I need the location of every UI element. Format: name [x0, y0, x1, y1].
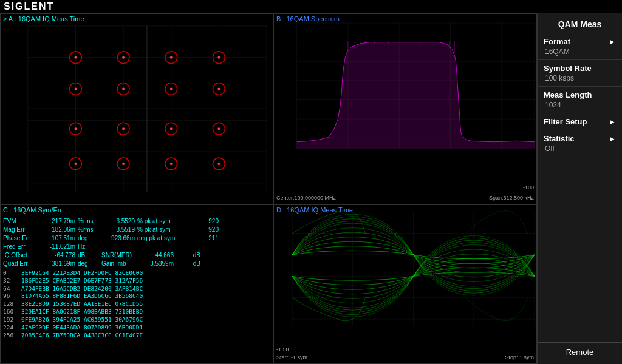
panel-d-ymin: -1.50 — [276, 346, 289, 352]
svg-rect-74 — [274, 205, 536, 335]
data-row-iqoffset: IQ Offset -64.778 dB SNR(MER) 44.666 dB — [3, 251, 270, 260]
svg-point-28 — [170, 87, 173, 90]
svg-point-20 — [170, 56, 173, 59]
hex-row-32: 321B6FD2E5 CFAB92E7 D6E7F773 312A7F56 — [3, 277, 270, 285]
data-row-magerr: Mag Err 182.06m %rms 3.5519 % pk at sym … — [3, 226, 270, 234]
hex-row-96: 9681D74A65 8F881F6D EA3D6C66 3B568640 — [3, 292, 270, 300]
sidebar-title: QAM Meas — [538, 16, 622, 33]
panel-b-svg — [274, 14, 536, 158]
svg-point-26 — [122, 87, 125, 90]
sidebar-statistic-label: Statistic — [544, 134, 575, 143]
data-row-phaseerr: Phase Err 107.51m deg 923.66m deg pk at … — [3, 234, 270, 243]
panel-d-title: D : 16QAM IQ Meas Time — [276, 206, 353, 214]
panel-b-title: B : 16QAM Spectrum — [276, 15, 340, 22]
panel-a-svg — [1, 14, 273, 204]
panel-a-title: > A : 16QAM IQ Meas Time — [3, 15, 84, 22]
data-row-quaderr: Quad Err 381.69m deg Gain Imb 3.5359m dB — [3, 260, 270, 268]
filtersetup-arrow-icon: ► — [609, 118, 616, 126]
data-row-evm: EVM 217.79m %rms 3.5520 % pk at sym 920 — [3, 217, 270, 226]
svg-point-36 — [170, 127, 173, 130]
panel-c-data: EVM 217.79m %rms 3.5520 % pk at sym 920 … — [1, 216, 273, 363]
sidebar-filtersetup-label: Filter Setup — [544, 117, 587, 126]
data-row-freqerr: Freq Err -11.021m Hz — [3, 243, 270, 251]
sidebar-measlength-value: 1024 — [544, 101, 616, 109]
panel-d-svg — [274, 205, 536, 335]
hex-row-128: 12838E258D9 153087ED AA1EE1EC 078C1D55 — [3, 300, 270, 308]
sidebar-item-measlength: Meas Length 1024 — [538, 87, 622, 113]
svg-point-46 — [217, 163, 220, 165]
sidebar-statistic-value: Off — [544, 144, 616, 153]
sidebar: QAM Meas Format ► 16QAM Symbol Rate 100 … — [537, 13, 622, 364]
svg-point-42 — [122, 163, 125, 165]
main-layout: > A : 16QAM IQ Meas Time 1.50 Const 300m… — [0, 13, 622, 364]
sidebar-item-format[interactable]: Format ► 16QAM — [538, 33, 622, 60]
panel-c: C : 16QAM Sym/Err EVM 217.79m %rms 3.552… — [0, 204, 273, 364]
panel-c-title: C : 16QAM Sym/Err — [3, 206, 62, 214]
sidebar-item-symbolrate: Symbol Rate 100 ksps — [538, 60, 622, 87]
panel-b: B : 16QAM Spectrum 0.00 dBm LogMag 10.0 … — [273, 13, 537, 204]
sidebar-symbolrate-label: Symbol Rate — [544, 64, 592, 73]
hex-row-224: 22447AF90DF 0E443ADA 807AD899 36BD0DD1 — [3, 324, 270, 332]
hex-row-160: 160329EA1CF 8A06218F A98BABB3 7310BEB9 — [3, 308, 270, 316]
panel-a: > A : 16QAM IQ Meas Time 1.50 Const 300m… — [0, 13, 273, 204]
sidebar-item-statistic[interactable]: Statistic ► Off — [538, 130, 622, 157]
panel-d-xstart: Start: -1 sym — [276, 354, 307, 360]
panels-grid: > A : 16QAM IQ Meas Time 1.50 Const 300m… — [0, 13, 537, 364]
svg-point-32 — [74, 127, 77, 130]
panel-d: D : 16QAM IQ Meas Time 1.50 I-Eye 300m /… — [273, 204, 537, 364]
svg-point-16 — [74, 56, 77, 59]
svg-point-40 — [74, 163, 77, 165]
svg-point-44 — [170, 163, 173, 165]
sidebar-format-value: 16QAM — [544, 47, 616, 56]
sidebar-symbolrate-value: 100 ksps — [544, 74, 616, 83]
svg-point-24 — [74, 87, 77, 90]
panel-d-xstop: Stop: 1 sym — [505, 354, 534, 360]
statistic-arrow-icon: ► — [609, 135, 616, 143]
sidebar-item-filtersetup[interactable]: Filter Setup ► — [538, 113, 622, 130]
header: SIGLENT — [0, 0, 622, 13]
format-arrow-icon: ► — [609, 38, 616, 46]
svg-point-34 — [122, 127, 125, 130]
hex-row-192: 1920FE9A826 394FCA25 AC059551 30A6796C — [3, 316, 270, 324]
panel-b-center: Center:100.000000 MHz — [276, 195, 336, 201]
hex-row-256: 2567085F4E6 7B750BCA 0438C3CC CC1F4C7E — [3, 332, 270, 340]
svg-point-22 — [217, 56, 220, 59]
hex-row-64: 64A7D4FEBB 16A5CDB2 DE824200 3AFB14BC — [3, 285, 270, 293]
panel-b-ybottom: -100 — [523, 184, 534, 190]
remote-label: Remote — [566, 348, 594, 357]
panel-b-span: Span:312.500 kHz — [489, 195, 534, 201]
svg-rect-0 — [1, 14, 273, 204]
svg-point-30 — [217, 87, 220, 90]
hex-data: 03EF92C64 221AE3D4 DF2FD0FC 83CE0600 321… — [3, 269, 270, 339]
sidebar-format-label: Format — [544, 37, 570, 46]
sidebar-remote: Remote — [538, 342, 622, 362]
logo: SIGLENT — [4, 1, 54, 12]
svg-point-38 — [217, 127, 220, 130]
hex-row-0: 03EF92C64 221AE3D4 DF2FD0FC 83CE0600 — [3, 269, 270, 277]
svg-point-18 — [122, 56, 125, 59]
sidebar-measlength-label: Meas Length — [544, 90, 592, 99]
